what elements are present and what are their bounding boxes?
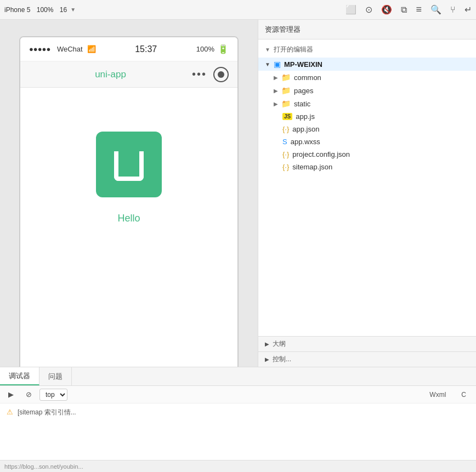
context-dropdown[interactable]: top (39, 389, 67, 401)
pages-arrow: ▶ (274, 88, 278, 94)
split-view-icon[interactable]: ⧉ (401, 5, 407, 15)
outline-label: 大纲 (273, 339, 286, 349)
phone-logo (96, 132, 162, 197)
phone-nav-dots[interactable]: ••• (192, 68, 207, 81)
device-label: iPhone 5 100% 16 ▼ (4, 6, 76, 14)
json-file-icon-3: {·} (282, 163, 289, 171)
file-project-config[interactable]: {·} project.config.json (258, 148, 476, 161)
folder-static[interactable]: ▶ 📁 static (258, 97, 476, 110)
folder-common[interactable]: ▶ 📁 common (258, 71, 476, 84)
chevron-down-icon[interactable]: ▼ (70, 7, 76, 13)
app-json-label: app.json (292, 125, 319, 133)
root-folder-icon: ▣ (274, 60, 281, 69)
record-icon[interactable]: ⊙ (365, 4, 372, 15)
back-icon[interactable]: ↵ (464, 4, 472, 15)
device-toggle-icon[interactable]: ⬜ (345, 4, 356, 15)
control-arrow: ▶ (265, 356, 269, 362)
static-label: static (294, 100, 310, 108)
file-app-js[interactable]: JS app.js (258, 110, 476, 123)
file-app-wxss[interactable]: S app.wxss (258, 135, 476, 148)
file-sitemap[interactable]: {·} sitemap.json (258, 161, 476, 173)
tab-debugger[interactable]: 调试器 (0, 367, 39, 385)
folder-icon-static: 📁 (281, 99, 291, 108)
log-item-1: ⚠ [sitemap 索引引情... (7, 407, 469, 418)
list-icon[interactable]: ≡ (416, 4, 422, 15)
static-arrow: ▶ (274, 101, 278, 107)
warn-icon: ⚠ (7, 408, 13, 416)
folder-pages[interactable]: ▶ 📁 pages (258, 84, 476, 97)
file-panel-header: 资源管理器 (258, 20, 476, 39)
zoom-level: 100% (37, 6, 54, 14)
hello-text: Hello (117, 213, 140, 224)
phone-battery: 100% 🔋 (196, 44, 229, 54)
play-button[interactable]: ▶ (4, 388, 18, 401)
folder-icon-common: 📁 (281, 73, 291, 82)
phone-nav-bar: uni-app ••• (20, 61, 237, 88)
phone-signal: ●●●●● WeChat 📶 (29, 45, 96, 53)
root-folder-label: MP-WEIXIN (284, 60, 322, 69)
bottom-panel: 调试器 问题 ▶ ⊘ top Wxml C ⚠ [sitemap 索引引情... (0, 367, 476, 460)
branch-icon[interactable]: ⑂ (450, 5, 456, 15)
wxss-file-icon: S (282, 138, 287, 146)
phone-time: 15:37 (96, 44, 196, 54)
sitemap-label: sitemap.json (292, 163, 332, 171)
control-section[interactable]: ▶ 控制... (258, 351, 476, 367)
status-bar: https://blog...son.net/youbin... (0, 460, 476, 472)
wifi-icon: 📶 (87, 45, 96, 53)
issues-tab-label: 问题 (48, 372, 63, 382)
outline-arrow: ▶ (265, 341, 269, 347)
scale-value: 16 (60, 6, 67, 14)
sub-tab-c[interactable]: C (456, 390, 472, 400)
sub-tab-wxml[interactable]: Wxml (424, 390, 451, 400)
open-editors-arrow: ▼ (265, 47, 270, 53)
phone-frame: ●●●●● WeChat 📶 15:37 100% 🔋 uni-app ••• (19, 36, 239, 367)
project-config-label: project.config.json (292, 150, 350, 158)
debugger-tab-label: 调试器 (9, 371, 30, 381)
common-label: common (294, 73, 321, 82)
battery-percentage: 100% (196, 45, 214, 53)
toolbar-icons: ⬜ ⊙ 🔇 ⧉ ≡ 🔍 ⑂ ↵ (345, 4, 472, 15)
signal-dots: ●●●●● (29, 45, 50, 53)
json-file-icon-1: {·} (282, 125, 289, 133)
device-name: iPhone 5 (4, 6, 30, 14)
phone-record-button[interactable] (213, 67, 229, 82)
mute-icon[interactable]: 🔇 (381, 4, 392, 15)
control-label: 控制... (273, 355, 291, 364)
phone-content: Hello (20, 88, 237, 367)
status-url: https://blog...son.net/youbin... (4, 463, 472, 470)
c-tab-label: C (461, 391, 466, 399)
file-app-json[interactable]: {·} app.json (258, 123, 476, 135)
tab-issues[interactable]: 问题 (39, 367, 72, 385)
u-shape (114, 151, 144, 181)
phone-panel: ●●●●● WeChat 📶 15:37 100% 🔋 uni-app ••• (0, 20, 258, 367)
stop-button[interactable]: ⊘ (22, 388, 35, 401)
mp-weixin-root[interactable]: ▼ ▣ MP-WEIXIN (258, 58, 476, 71)
mp-weixin-arrow: ▼ (265, 61, 270, 67)
file-explorer-title: 资源管理器 (265, 25, 301, 35)
top-toolbar: iPhone 5 100% 16 ▼ ⬜ ⊙ 🔇 ⧉ ≡ 🔍 ⑂ ↵ (0, 0, 476, 20)
wxml-tab-label: Wxml (429, 391, 446, 399)
phone-app-title: uni-app (29, 69, 192, 80)
app-js-label: app.js (296, 112, 315, 121)
outline-section[interactable]: ▶ 大纲 (258, 336, 476, 351)
common-arrow: ▶ (274, 75, 278, 81)
bottom-tabs: 调试器 问题 (0, 367, 476, 386)
folder-icon-pages: 📁 (281, 86, 291, 95)
js-file-icon: JS (282, 113, 292, 120)
wechat-label: WeChat (57, 45, 83, 53)
battery-icon: 🔋 (218, 44, 229, 54)
bottom-sub-tabs: ▶ ⊘ top Wxml C (0, 386, 476, 403)
phone-status-bar: ●●●●● WeChat 📶 15:37 100% 🔋 (20, 37, 237, 61)
pages-label: pages (294, 87, 313, 95)
search-icon[interactable]: 🔍 (430, 4, 441, 15)
file-panel: 资源管理器 ▼ 打开的编辑器 ▼ ▣ MP-WEIXIN ▶ 📁 common (258, 20, 476, 367)
file-tree: ▼ 打开的编辑器 ▼ ▣ MP-WEIXIN ▶ 📁 common ▶ 📁 pa… (258, 39, 476, 336)
json-file-icon-2: {·} (282, 150, 289, 158)
record-inner (218, 71, 224, 78)
open-editors-section[interactable]: ▼ 打开的编辑器 (258, 42, 476, 58)
bottom-content: ⚠ [sitemap 索引引情... (0, 403, 476, 460)
app-wxss-label: app.wxss (291, 138, 320, 146)
uni-app-logo (111, 147, 146, 182)
log-text-1: [sitemap 索引引情... (18, 408, 76, 417)
main-area: ●●●●● WeChat 📶 15:37 100% 🔋 uni-app ••• (0, 20, 476, 367)
